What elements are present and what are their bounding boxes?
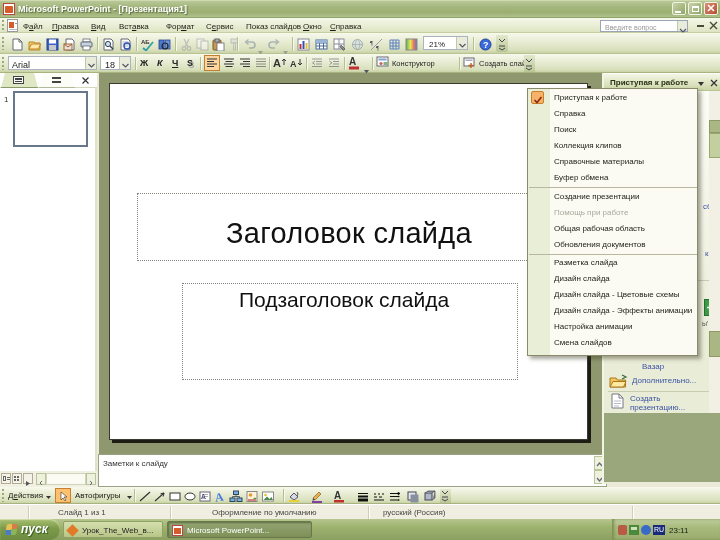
svg-text:?: ? bbox=[483, 40, 489, 50]
svg-text:А: А bbox=[201, 493, 206, 500]
svg-text:¶: ¶ bbox=[376, 44, 380, 51]
svg-text:А: А bbox=[334, 490, 341, 501]
svg-text:А: А bbox=[273, 57, 281, 69]
svg-text:АБ: АБ bbox=[141, 39, 150, 45]
svg-text:¶: ¶ bbox=[370, 39, 374, 47]
svg-text:А: А bbox=[290, 59, 297, 69]
svg-text:А: А bbox=[349, 56, 356, 67]
svg-text:A: A bbox=[214, 490, 225, 503]
